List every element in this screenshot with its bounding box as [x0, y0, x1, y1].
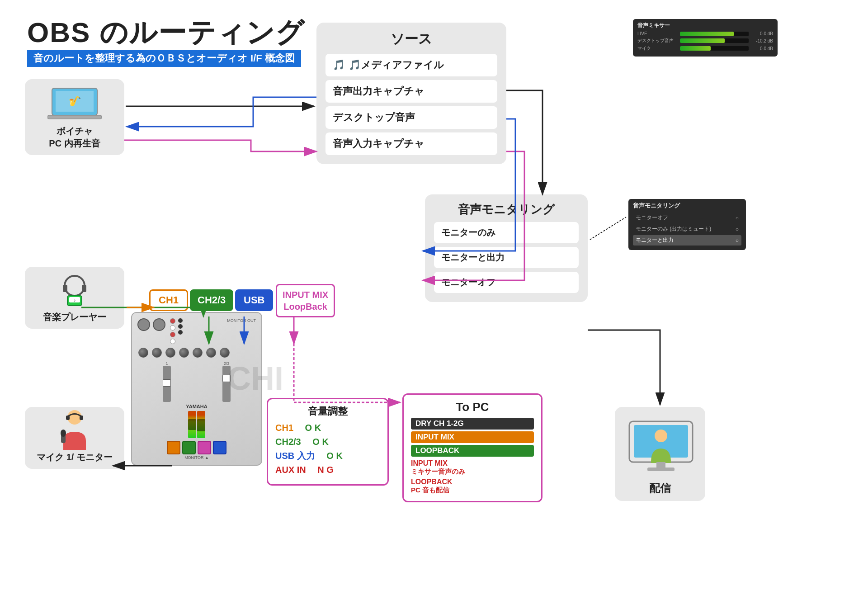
meter-bar-live [680, 32, 749, 36]
fader-1-handle [163, 379, 171, 387]
vu-bar-r [197, 411, 205, 438]
voichat-box: 🎷 ボイチャ PC 内再生音 [25, 79, 124, 155]
source-box-title: ソース [326, 30, 497, 48]
meter-row-live: LIVE 0.0 dB [637, 31, 773, 36]
svg-rect-18 [656, 462, 665, 468]
svg-rect-6 [82, 285, 86, 292]
media-icon: 🎵 [333, 59, 345, 71]
obs-meter-title: 音声ミキサー [637, 22, 773, 29]
mixer-knob-5 [193, 348, 203, 358]
svg-text:♪: ♪ [74, 298, 76, 302]
mic-person-icon [57, 412, 93, 449]
mixer-device: MONITOR OUT 1 [131, 312, 262, 466]
svg-point-17 [655, 430, 667, 442]
mixer-loopback-control [198, 441, 211, 454]
mic-box: マイク 1/ モニター [25, 407, 124, 469]
fader-label-23: 2/3 [222, 361, 231, 402]
mixer-knob-7 [220, 348, 230, 358]
fader-23-handle [222, 375, 231, 382]
meter-label-live: LIVE [637, 31, 678, 36]
svg-rect-3 [47, 115, 102, 119]
broadcast-person-svg [620, 412, 702, 476]
volume-title: 音量調整 [275, 405, 380, 418]
subtitle: 音のルートを整理する為のＯＢＳとオーディオ I/F 概念図 [27, 50, 301, 67]
mixer-jacks [178, 318, 183, 344]
svg-rect-19 [647, 468, 675, 471]
monitoring-box: 音声モニタリング モニターのみ モニターと出力 モニターオフ [425, 194, 588, 302]
topc-inputmix-note: INPUT MIX [411, 459, 534, 468]
svg-line-26 [590, 217, 626, 240]
mixer-panel: MONITOR OUT 1 [132, 313, 261, 465]
topc-item-dry: DRY CH 1-2G [411, 418, 534, 430]
topc-title: To PC [411, 400, 534, 414]
vu-meter [188, 411, 205, 438]
music-player-box: ♪ 音楽プレーヤー [25, 267, 124, 329]
mixer-knob-4 [179, 348, 189, 358]
mixer-xlr-1 [137, 318, 150, 331]
ch1-button: CH1 [149, 289, 188, 311]
mixer-fader-23 [222, 366, 231, 402]
mic-svg [57, 409, 93, 452]
audio-monitoring-widget: 音声モニタリング モニターオフ ○ モニターのみ (出力はミュート) ○ モニタ… [628, 199, 746, 250]
mixer-ch1-control [167, 441, 180, 454]
page-container: OBS のルーティング 音のルートを整理する為のＯＢＳとオーディオ I/F 概念… [0, 0, 868, 614]
mixer-brand-label: YAMAHA [186, 404, 207, 409]
ch23-button: CH2/3 [190, 289, 233, 311]
meter-row-desktop: デスクトップ音声 -10.2 dB [637, 38, 773, 44]
mixer-bottom-controls [167, 441, 226, 454]
audio-mon-option-off: モニターオフ ○ [633, 213, 741, 223]
volume-row-ch23: CH2/3 O K [275, 436, 380, 448]
mixer-ch23-control [182, 441, 196, 454]
monitoring-title: 音声モニタリング [434, 202, 579, 217]
broadcast-label: 配信 [620, 481, 700, 496]
usb-button: USB [235, 289, 273, 311]
volume-row-ch1: CH1 O K [275, 422, 380, 434]
mixer-knob-2 [152, 348, 162, 358]
meter-row-mic: マイク 0.0 dB [637, 45, 773, 52]
mixer-knob-6 [206, 348, 216, 358]
source-item-desktop: デスクトップ音声 [326, 106, 497, 129]
music-player-svg: ♪ [57, 272, 93, 308]
monitor-out-label: MONITOR OUT [227, 318, 256, 344]
mixer-fader-1 [163, 366, 171, 402]
audio-mon-option-output: モニターと出力 ○ [633, 235, 741, 246]
topc-inputmix-sub: ミキサー音声のみ [411, 468, 534, 476]
main-title: OBS のルーティング [27, 14, 305, 52]
mixer-knobs-row [136, 348, 258, 358]
meter-bar-desktop [680, 38, 749, 43]
svg-point-4 [65, 276, 85, 296]
inputmix-button: INPUT MIX LoopBack [276, 284, 335, 317]
svg-text:🎷: 🎷 [69, 95, 81, 107]
source-box: ソース 🎵 🎵メディアファイル 音声出力キャプチャ デスクトップ音声 音声入力キ… [316, 23, 506, 164]
mixer-usb-control [213, 441, 226, 454]
fader-label-1: 1 [163, 361, 171, 402]
mic-label: マイク 1/ モニター [30, 451, 119, 463]
music-player-icon: ♪ [57, 272, 93, 308]
volume-row-aux: AUX IN N G [275, 464, 380, 476]
source-item-audio-input: 音声入力キャプチャ [326, 132, 497, 155]
volume-box: 音量調整 CH1 O K CH2/3 O K USB 入力 O K AUX IN… [267, 398, 389, 486]
svg-point-12 [61, 430, 66, 437]
monitoring-item-off: モニターオフ [434, 272, 579, 293]
topc-item-loopback: LOOPBACK [411, 445, 534, 457]
meter-bar-mic [680, 46, 749, 51]
topc-loopback-note: LOOPBACK [411, 478, 534, 486]
monitoring-item-only: モニターのみ [434, 222, 579, 243]
obs-meter-widget: 音声ミキサー LIVE 0.0 dB デスクトップ音声 -10.2 dB マイク… [633, 19, 778, 57]
mixer-rca [170, 318, 175, 344]
monitoring-item-output: モニターと出力 [434, 247, 579, 268]
mixer-knob-3 [165, 348, 175, 358]
monitor-label-bottom: MONITOR ▲ [184, 455, 209, 460]
topc-loopback-sub: PC 音も配信 [411, 486, 534, 495]
mixer-faders-row: 1 2/3 [136, 361, 258, 402]
vu-bar-l [188, 411, 196, 438]
mixer-xlr-2 [153, 318, 165, 331]
source-item-audio-output: 音声出力キャプチャ [326, 80, 497, 103]
meter-label-desktop: デスクトップ音声 [637, 38, 678, 44]
audio-mon-widget-title: 音声モニタリング [633, 202, 741, 210]
svg-rect-5 [63, 285, 67, 292]
audio-mon-option-mute: モニターのみ (出力はミュート) ○ [633, 224, 741, 234]
meter-val-mic: 0.0 dB [750, 46, 773, 51]
broadcast-box: 配信 [615, 407, 705, 501]
topc-notes: INPUT MIX ミキサー音声のみ LOOPBACK PC 音も配信 [411, 459, 534, 495]
